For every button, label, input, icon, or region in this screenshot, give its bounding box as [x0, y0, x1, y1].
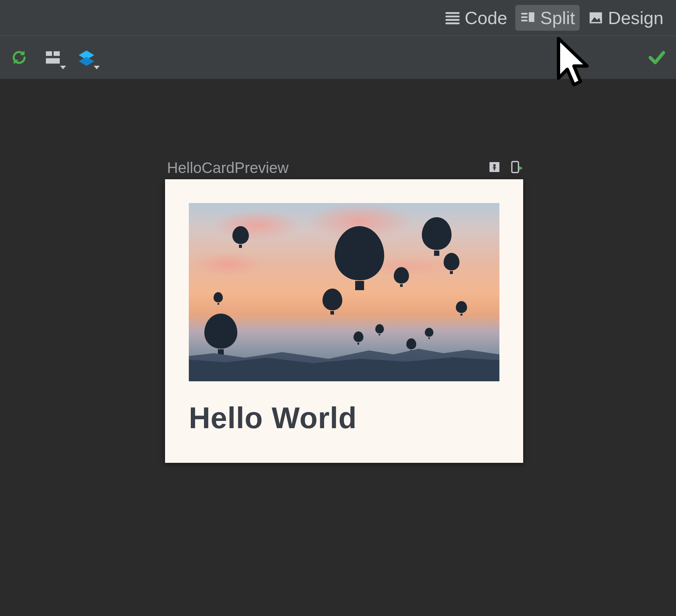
viewmode-code-button[interactable]: Code [440, 5, 512, 31]
chevron-down-icon [60, 66, 66, 69]
deploy-preview-icon [510, 160, 523, 174]
viewmode-design-button[interactable]: Design [583, 5, 668, 31]
refresh-icon [10, 48, 29, 67]
view-mode-bar: Code Split Design [0, 0, 676, 36]
preview-frame: HelloCardPreview [165, 159, 525, 463]
preview-canvas[interactable]: HelloCardPreview [0, 79, 676, 616]
preview-title: HelloCardPreview [167, 159, 288, 177]
interactive-preview-icon [488, 160, 501, 174]
viewmode-split-button[interactable]: Split [515, 5, 580, 31]
layout-bounds-button[interactable] [43, 48, 63, 67]
hamburger-icon [444, 10, 461, 26]
svg-rect-12 [46, 51, 52, 56]
preview-header: HelloCardPreview [165, 159, 525, 177]
card-image [189, 203, 499, 381]
deploy-preview-button[interactable] [510, 160, 523, 175]
svg-marker-16 [79, 57, 95, 66]
layers-button[interactable] [76, 48, 96, 67]
svg-marker-20 [519, 166, 523, 170]
chevron-down-icon [94, 66, 100, 69]
svg-point-18 [493, 164, 496, 167]
refresh-button[interactable] [9, 48, 29, 67]
svg-rect-19 [512, 161, 518, 172]
layout-bounds-icon [44, 48, 62, 67]
preview-card[interactable]: Hello World [165, 179, 523, 463]
preview-actions [488, 160, 523, 175]
split-view-icon [520, 10, 537, 26]
preview-toolbar [0, 36, 676, 79]
build-ok-indicator [647, 47, 667, 68]
image-icon [587, 10, 604, 26]
card-headline: Hello World [189, 401, 499, 435]
viewmode-design-label: Design [608, 8, 664, 28]
svg-rect-14 [46, 58, 60, 63]
layers-icon [77, 48, 96, 67]
svg-rect-13 [53, 51, 60, 56]
interactive-preview-button[interactable] [488, 160, 501, 175]
viewmode-split-label: Split [540, 8, 575, 28]
checkmark-icon [647, 47, 667, 67]
svg-rect-7 [529, 12, 534, 22]
viewmode-code-label: Code [465, 8, 507, 28]
